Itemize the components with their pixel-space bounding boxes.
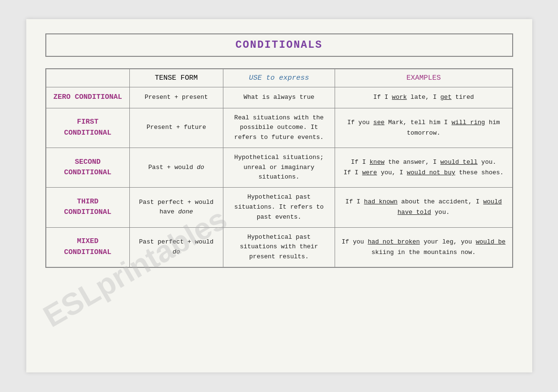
tense-form: Present + future [130,108,223,148]
page: ESLprintables CONDITIONALS TENSE FORM US… [26,19,532,372]
table-row: SECOND CONDITIONALPast + would doHypothe… [46,148,513,187]
page-title: CONDITIONALS [235,39,322,51]
header-name [46,69,130,87]
tense-form: Present + present [130,87,223,108]
header-tense: TENSE FORM [130,69,223,87]
conditional-name: MIXED CONDITIONAL [46,227,130,267]
use-description: Hypothetical situations; unreal or imagi… [223,148,335,187]
title-box: CONDITIONALS [45,33,513,57]
header-use: USE to express [223,69,335,87]
conditional-name: THIRD CONDITIONAL [46,188,130,227]
example-text: If I knew the answer, I would tell you.I… [335,148,513,187]
example-text: If I work late, I get tired [335,87,513,108]
use-description: Hypothetical past situations. It refers … [223,188,335,227]
tense-form: Past perfect + would have done [130,188,223,227]
conditional-name: ZERO CONDITIONAL [46,87,130,108]
example-text: If you see Mark, tell him I will ring hi… [335,108,513,148]
example-text: If I had known about the accident, I wou… [335,188,513,227]
tense-form: Past perfect + would do [130,227,223,267]
header-examples: EXAMPLES [335,69,513,87]
conditional-name: FIRST CONDITIONAL [46,108,130,148]
table-row: FIRST CONDITIONALPresent + futureReal si… [46,108,513,148]
table-header-row: TENSE FORM USE to express EXAMPLES [46,69,513,87]
use-description: Hypothetical past situations with their … [223,227,335,267]
table-row: THIRD CONDITIONALPast perfect + would ha… [46,188,513,227]
use-description: What is always true [223,87,335,108]
table-row: MIXED CONDITIONALPast perfect + would do… [46,227,513,267]
example-text: If you had not broken your leg, you woul… [335,227,513,267]
table-row: ZERO CONDITIONALPresent + presentWhat is… [46,87,513,108]
tense-form: Past + would do [130,148,223,187]
conditionals-table: TENSE FORM USE to express EXAMPLES ZERO … [45,68,513,268]
conditional-name: SECOND CONDITIONAL [46,148,130,187]
use-description: Real situations with the possibile outco… [223,108,335,148]
